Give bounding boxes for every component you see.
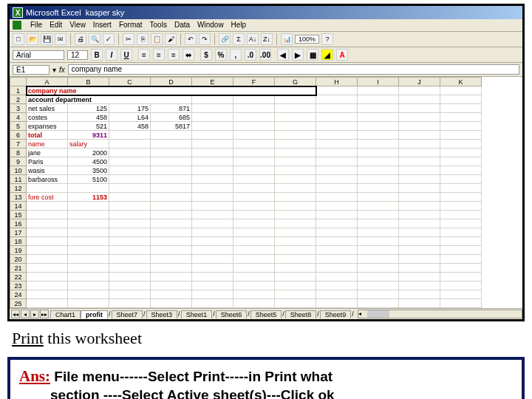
row-header[interactable]: 6 [10,131,27,140]
col-header[interactable]: I [358,78,399,86]
cell[interactable]: jane [27,149,68,157]
cell[interactable]: expanses [27,122,68,131]
preview-icon[interactable]: 🔍 [89,33,100,45]
cell[interactable]: 521 [68,122,109,131]
name-box[interactable]: E1 [13,65,50,75]
row-header[interactable]: 22 [10,273,27,282]
open-icon[interactable]: 📂 [27,33,38,45]
scroll-left-icon[interactable]: ◂ [358,310,361,317]
row-header[interactable]: 1 [10,86,27,95]
select-all-cell[interactable] [10,78,27,86]
col-header[interactable]: B [68,78,109,86]
col-header[interactable]: C [109,78,151,86]
row-header[interactable]: 10 [10,166,27,175]
underline-button[interactable]: U [120,49,132,61]
row-header[interactable]: 18 [10,237,27,246]
format-painter-icon[interactable]: 🖌 [165,33,177,45]
cell[interactable]: fore cost [27,193,68,202]
cell[interactable]: 5817 [151,122,192,131]
spell-icon[interactable]: ✓ [103,33,115,45]
menu-data[interactable]: Data [174,21,190,30]
sort-asc-icon[interactable]: A↓ [247,33,259,45]
dropdown-icon[interactable]: ▾ [52,66,56,74]
tab-nav-last-icon[interactable]: ▸▸ [40,310,49,318]
new-icon[interactable]: □ [13,33,24,45]
cell[interactable]: net sales [27,104,68,113]
redo-icon[interactable]: ↷ [199,33,211,45]
row-header[interactable]: 24 [10,290,27,299]
font-name-select[interactable]: Arial [13,50,64,60]
cell[interactable]: 3500 [68,166,109,175]
row-header[interactable]: 4 [10,113,27,122]
indent-dec-icon[interactable]: ◀ [277,49,289,61]
cell[interactable]: company name [27,86,316,95]
col-header[interactable]: H [316,78,358,86]
cell[interactable]: 871 [151,104,192,113]
font-color-icon[interactable]: A [336,49,348,61]
formula-bar[interactable]: company name [68,64,519,75]
tab-nav-first-icon[interactable]: ◂◂ [11,310,20,318]
menu-view[interactable]: View [69,21,86,30]
currency-icon[interactable]: $ [200,49,212,61]
cell[interactable]: 175 [109,104,151,113]
cell[interactable]: barbaross [27,175,68,184]
menu-edit[interactable]: Edit [50,21,62,30]
save-icon[interactable]: 💾 [41,33,52,45]
align-right-icon[interactable]: ≡ [168,49,180,61]
row-header[interactable]: 14 [10,202,27,211]
sheet-tab[interactable]: profit [81,310,108,318]
row-header[interactable]: 12 [10,184,27,193]
cell[interactable]: 685 [151,113,192,122]
cell[interactable]: costes [27,113,68,122]
borders-icon[interactable]: ▦ [307,49,318,61]
col-header[interactable]: D [151,78,192,86]
row-header[interactable]: 9 [10,157,27,166]
fx-icon[interactable]: fx [59,66,65,74]
cell[interactable]: 5100 [68,175,109,184]
cell[interactable]: 458 [68,113,109,122]
col-header[interactable]: K [440,78,482,86]
row-header[interactable]: 23 [10,282,27,290]
cell[interactable]: 9311 [68,131,109,140]
menu-window[interactable]: Window [197,21,224,30]
cell[interactable]: salary [68,140,109,149]
cell[interactable]: wasis [27,166,68,175]
sum-icon[interactable]: Σ [233,33,245,45]
sheet-tab[interactable]: Sheet5 [250,310,282,318]
chart-icon[interactable]: 📊 [281,33,293,45]
cell[interactable]: 125 [68,104,109,113]
row-header[interactable]: 21 [10,264,27,273]
cell[interactable]: L64 [109,113,151,122]
menu-tools[interactable]: Tools [150,21,167,30]
cell[interactable]: account department [27,95,192,104]
menu-file[interactable]: File [30,21,42,30]
row-header[interactable]: 19 [10,246,27,255]
row-header[interactable]: 7 [10,140,27,149]
merge-icon[interactable]: ⬌ [183,49,194,61]
cell[interactable]: Paris [27,157,68,166]
paste-icon[interactable]: 📋 [151,33,163,45]
row-header[interactable]: 15 [10,211,27,219]
row-header[interactable]: 8 [10,149,27,157]
mail-icon[interactable]: ✉ [55,33,66,45]
tab-nav-next-icon[interactable]: ▸ [30,310,39,318]
fill-color-icon[interactable]: ◢ [321,49,333,61]
row-header[interactable]: 5 [10,122,27,131]
copy-icon[interactable]: ⎘ [137,33,149,45]
sheet-tab[interactable]: Sheet6 [216,310,248,318]
row-header[interactable]: 11 [10,175,27,184]
sheet-tab[interactable]: Sheet3 [146,310,178,318]
cut-icon[interactable]: ✂ [123,33,134,45]
col-header[interactable]: F [233,78,275,86]
menu-format[interactable]: Format [119,21,143,30]
row-header[interactable]: 25 [10,299,27,308]
tab-nav-prev-icon[interactable]: ◂ [21,310,30,318]
print-icon[interactable]: 🖨 [75,33,86,45]
row-header[interactable]: 16 [10,219,27,228]
undo-icon[interactable]: ↶ [185,33,197,45]
inc-decimal-icon[interactable]: .0 [245,49,256,61]
sheet-tab[interactable]: Sheet8 [285,310,317,318]
font-size-select[interactable]: 12 [67,50,88,60]
indent-inc-icon[interactable]: ▶ [292,49,304,61]
row-header[interactable]: 2 [10,95,27,104]
